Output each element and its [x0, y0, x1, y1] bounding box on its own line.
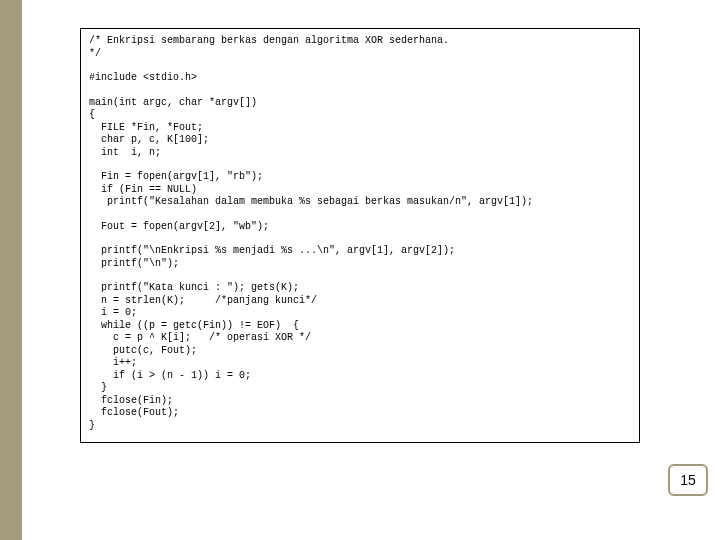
code-line: Fin = fopen(argv[1], "rb");	[89, 171, 631, 184]
code-line: main(int argc, char *argv[])	[89, 97, 631, 110]
code-line: if (Fin == NULL)	[89, 184, 631, 197]
code-line: char p, c, K[100];	[89, 134, 631, 147]
code-line: printf("\n");	[89, 258, 631, 271]
page-number: 15	[680, 472, 696, 488]
code-line: i++;	[89, 357, 631, 370]
code-line: #include <stdio.h>	[89, 72, 631, 85]
code-line: while ((p = getc(Fin)) != EOF) {	[89, 320, 631, 333]
left-accent-stripe	[0, 0, 22, 540]
code-line: i = 0;	[89, 307, 631, 320]
code-line: }	[89, 420, 631, 433]
code-line: n = strlen(K); /*panjang kunci*/	[89, 295, 631, 308]
code-line: c = p ^ K[i]; /* operasi XOR */	[89, 332, 631, 345]
code-line: int i, n;	[89, 147, 631, 160]
code-line: printf("\nEnkripsi %s menjadi %s ...\n",…	[89, 245, 631, 258]
code-line: */	[89, 48, 631, 61]
code-line: {	[89, 109, 631, 122]
code-line: fclose(Fin);	[89, 395, 631, 408]
code-line: }	[89, 382, 631, 395]
code-listing-box: /* Enkripsi sembarang berkas dengan algo…	[80, 28, 640, 443]
code-line: putc(c, Fout);	[89, 345, 631, 358]
code-line: FILE *Fin, *Fout;	[89, 122, 631, 135]
code-line: /* Enkripsi sembarang berkas dengan algo…	[89, 35, 631, 48]
code-line: printf("Kata kunci : "); gets(K);	[89, 282, 631, 295]
code-line: fclose(Fout);	[89, 407, 631, 420]
code-line: if (i > (n - 1)) i = 0;	[89, 370, 631, 383]
code-line: printf("Kesalahan dalam membuka %s sebag…	[89, 196, 631, 209]
page-number-badge: 15	[668, 464, 708, 496]
code-line: Fout = fopen(argv[2], "wb");	[89, 221, 631, 234]
